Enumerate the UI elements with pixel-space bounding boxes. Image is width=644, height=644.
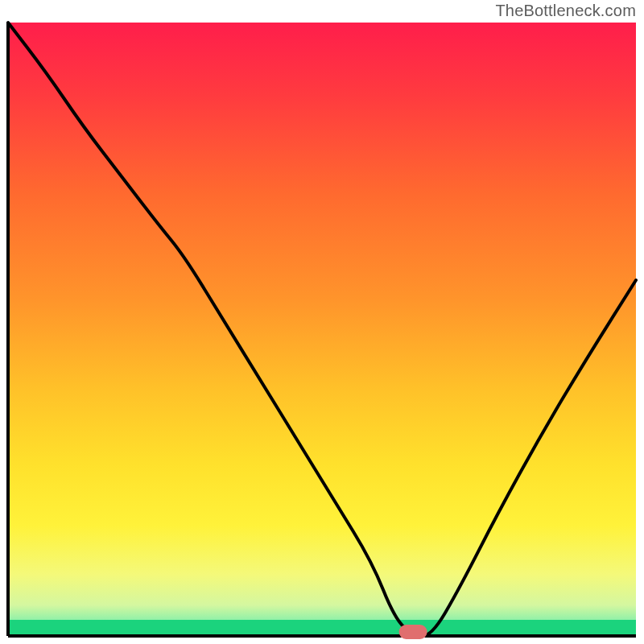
optimal-point-marker bbox=[399, 625, 427, 639]
green-baseline-strip bbox=[8, 620, 636, 636]
chart-container: TheBottleneck.com bbox=[0, 0, 644, 644]
bottleneck-chart bbox=[0, 0, 644, 644]
gradient-background bbox=[8, 23, 636, 636]
